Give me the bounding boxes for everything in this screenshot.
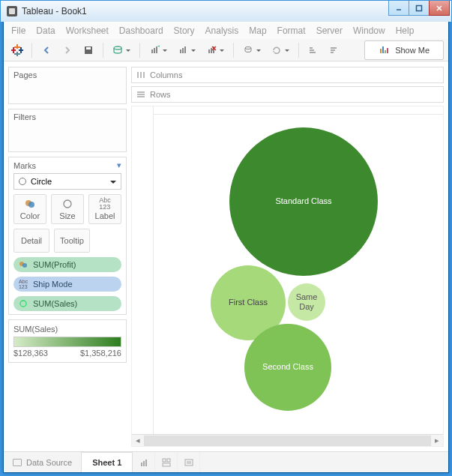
menu-file[interactable]: File [11,25,25,36]
sort-asc-button[interactable] [304,41,322,59]
filters-shelf[interactable]: Filters [8,109,127,152]
svg-rect-19 [180,49,181,53]
color-icon [16,260,30,269]
pages-shelf[interactable]: Pages [8,67,127,104]
legend-gradient[interactable] [13,337,121,347]
svg-rect-5 [14,46,20,48]
maximize-button[interactable] [409,1,430,16]
columns-shelf[interactable]: Columns [131,67,444,83]
marks-title: Marks [13,161,36,170]
svg-point-14 [114,46,121,49]
svg-rect-13 [86,47,91,49]
titlebar[interactable]: Tableau - Book1 [1,1,451,22]
svg-rect-23 [211,48,212,53]
svg-rect-49 [137,96,145,97]
pages-label: Pages [13,70,37,79]
color-button[interactable]: Color [13,194,46,224]
menu-story[interactable]: Story [174,25,195,36]
pill-sum-sales[interactable]: SUM(Sales) [13,296,121,311]
menu-analysis[interactable]: Analysis [205,25,239,36]
svg-rect-36 [385,50,386,53]
svg-point-40 [64,200,71,208]
pill-sum-profit[interactable]: SUM(Profit) [13,257,121,272]
menu-data[interactable]: Data [36,25,55,36]
autoupdate-button[interactable] [239,41,265,59]
scroll-left-icon[interactable]: ◂ [132,436,144,445]
datasource-tab[interactable]: Data Source [4,452,82,472]
tooltip-button[interactable]: Tooltip [54,229,90,253]
new-sheet-button[interactable]: + [145,41,171,59]
forward-button[interactable] [58,41,76,59]
label-button[interactable]: Abc123Label [88,194,121,224]
datasource-button[interactable] [109,41,134,59]
svg-rect-50 [141,463,142,466]
svg-rect-16 [154,48,155,53]
horizontal-scrollbar[interactable]: ◂ ▸ [132,434,443,446]
rows-label: Rows [150,90,171,99]
bubble-standard-class[interactable]: Standard Class [229,127,378,276]
visualization-canvas[interactable]: Standard Class First Class Same Day Seco… [131,106,444,447]
bubble-same-day[interactable]: Same Day [288,283,325,321]
svg-rect-37 [387,48,388,53]
sort-desc-button[interactable] [325,41,343,59]
svg-point-42 [22,263,27,268]
rows-icon [136,91,145,98]
svg-text:+: + [157,45,160,50]
bubble-second-class[interactable]: Second Class [244,324,331,411]
menu-map[interactable]: Map [249,25,266,36]
pill-ship-mode[interactable]: Abc123 Ship Mode [13,277,121,292]
tableau-logo-icon[interactable] [8,41,26,59]
detail-button[interactable]: Detail [13,229,49,253]
menu-dashboard[interactable]: Dashboard [119,25,163,36]
svg-rect-45 [140,72,142,78]
color-legend: SUM(Sales) $128,363 $1,358,216 [8,319,127,363]
svg-rect-30 [310,52,316,53]
menu-format[interactable]: Format [277,25,306,36]
scroll-right-icon[interactable]: ▸ [431,436,443,445]
size-button[interactable]: Size [51,194,84,224]
legend-min: $128,363 [13,349,48,358]
new-worksheet-button[interactable] [133,452,155,472]
clear-sheet-button[interactable] [202,41,228,59]
datasource-icon [13,459,22,466]
menu-worksheet[interactable]: Worksheet [66,25,109,36]
menu-help[interactable]: Help [396,25,415,36]
svg-rect-54 [167,459,170,462]
pill-label: SUM(Sales) [33,299,77,308]
duplicate-sheet-button[interactable] [174,41,199,59]
svg-rect-28 [310,47,313,49]
marks-menu-icon[interactable]: ▾ [117,160,121,170]
minimize-button[interactable] [388,1,409,16]
svg-rect-55 [163,463,170,466]
svg-rect-31 [331,47,337,49]
close-button[interactable] [429,1,450,16]
size-icon [16,299,30,308]
pill-label: SUM(Profit) [33,260,76,269]
save-button[interactable] [79,41,97,59]
mark-type-select[interactable]: Circle [13,173,121,190]
show-me-label: Show Me [395,46,430,55]
new-dashboard-button[interactable] [155,452,178,472]
rows-shelf[interactable]: Rows [131,86,444,103]
svg-rect-21 [184,46,186,53]
label-icon: Abc123 [16,279,30,289]
size-icon [62,198,73,210]
svg-rect-44 [137,72,139,78]
menu-window[interactable]: Window [353,25,385,36]
legend-max: $1,358,216 [80,349,121,358]
pill-label: Ship Mode [33,280,73,289]
circle-icon [19,178,26,185]
back-button[interactable] [37,41,55,59]
window-title: Tableau - Book1 [22,6,87,16]
svg-rect-53 [163,459,166,462]
sheet-tab[interactable]: Sheet 1 [81,452,133,472]
svg-point-43 [20,301,26,307]
legend-title: SUM(Sales) [13,325,121,334]
marks-card: Marks▾ Circle Color Size Abc123Label Det… [8,157,127,315]
datasource-label: Data Source [26,458,72,467]
new-story-button[interactable] [178,452,200,472]
menu-server[interactable]: Server [316,25,343,36]
show-me-button[interactable]: Show Me [364,40,444,60]
run-button[interactable] [268,41,293,59]
svg-rect-33 [331,52,334,53]
